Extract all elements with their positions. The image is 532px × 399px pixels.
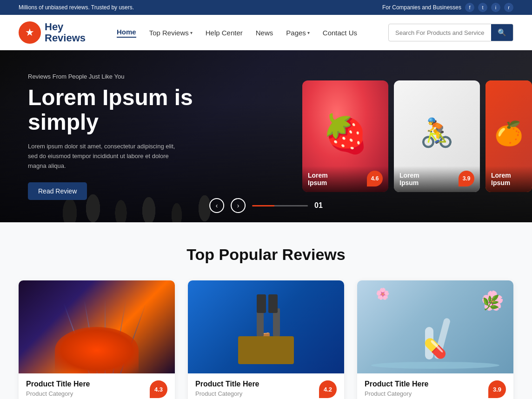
search-input[interactable] <box>389 26 491 40</box>
nav-top-reviews[interactable]: Top Reviews ▾ <box>149 29 193 37</box>
hero-title: Lorem Ipsum is simply <box>28 86 214 135</box>
hero-card-3-title: LoremIpsum <box>491 172 526 186</box>
nav-news[interactable]: News <box>256 29 273 37</box>
pagination-progress <box>252 205 308 206</box>
product-card-3-image: 🌿 🌸 <box>357 280 513 373</box>
logo-text: Hey Reviews <box>45 21 86 44</box>
header: ★ Hey Reviews Home Top Reviews ▾ Help Ce… <box>0 15 532 50</box>
hero-section: Reviews From People Just Like You Lorem … <box>0 50 532 222</box>
product-card-3-category: Product Category <box>365 390 429 397</box>
product-card-2-rating: 4.2 <box>319 380 337 398</box>
hero-cards: LoremIpsum 4.6 LoremIpsum 3.9 🍊 LoremIps… <box>302 50 532 222</box>
product-card-1-info: Product Title Here Product Category 4.3 <box>19 373 175 399</box>
product-card-2[interactable]: Product Title Here Product Category 4.2 <box>188 280 344 399</box>
reddit-icon[interactable]: r <box>504 3 513 12</box>
product-card-1-category: Product Category <box>26 390 90 397</box>
search-bar: 🔍 <box>388 24 513 41</box>
hero-subtitle: Reviews From People Just Like You <box>28 73 214 80</box>
nav-pages[interactable]: Pages ▾ <box>286 29 310 37</box>
product-card-2-image <box>188 280 344 373</box>
hero-card-2[interactable]: LoremIpsum 3.9 <box>394 80 480 192</box>
top-bar-left: Millions of unbiased reviews. Trusted by… <box>19 4 134 11</box>
road-lines <box>19 280 175 373</box>
product-card-2-info: Product Title Here Product Category 4.2 <box>188 373 344 399</box>
instagram-icon[interactable]: i <box>491 3 500 12</box>
main-nav: Home Top Reviews ▾ Help Center News Page… <box>117 28 357 38</box>
product-card-2-title: Product Title Here <box>195 380 259 388</box>
product-card-3-title: Product Title Here <box>365 380 429 388</box>
product-cards-grid: Product Title Here Product Category 4.3 … <box>19 280 513 399</box>
product-card-3-info: Product Title Here Product Category 3.9 <box>357 373 513 399</box>
hero-card-3[interactable]: 🍊 LoremIpsum <box>485 80 532 192</box>
product-card-3[interactable]: 🌿 🌸 Product Title Here Product Category … <box>357 280 513 399</box>
pagination-bar <box>252 205 308 206</box>
pagination-number: 01 <box>314 201 323 210</box>
nav-home[interactable]: Home <box>117 28 136 38</box>
next-slide-button[interactable]: › <box>231 198 246 213</box>
top-bar-right-text: For Companies and Businesses <box>382 4 461 11</box>
twitter-icon[interactable]: t <box>478 3 487 12</box>
main-content: Top Popular Reviews Product Title Here P… <box>0 222 532 399</box>
product-card-1-title: Product Title Here <box>26 380 90 388</box>
facebook-icon[interactable]: f <box>465 3 474 12</box>
nav-contact[interactable]: Contact Us <box>323 29 357 37</box>
logo-icon: ★ <box>19 21 41 44</box>
product-card-2-text: Product Title Here Product Category <box>195 380 259 397</box>
search-button[interactable]: 🔍 <box>491 24 513 41</box>
hero-card-1[interactable]: LoremIpsum 4.6 <box>302 80 388 192</box>
top-bar-right: For Companies and Businesses f t i r <box>382 3 513 12</box>
product-card-1-rating: 4.3 <box>150 380 167 398</box>
product-card-2-category: Product Category <box>195 390 259 397</box>
product-card-1[interactable]: Product Title Here Product Category 4.3 <box>19 280 175 399</box>
product-card-3-text: Product Title Here Product Category <box>365 380 429 397</box>
prev-slide-button[interactable]: ‹ <box>209 198 224 213</box>
section-title: Top Popular Reviews <box>19 246 513 264</box>
hero-pagination: ‹ › 01 <box>209 198 323 213</box>
hero-content: Reviews From People Just Like You Lorem … <box>0 73 242 200</box>
chevron-down-icon: ▾ <box>190 30 193 35</box>
logo[interactable]: ★ Hey Reviews <box>19 21 86 44</box>
product-card-1-text: Product Title Here Product Category <box>26 380 90 397</box>
product-card-3-rating: 3.9 <box>488 380 506 398</box>
hero-card-3-info: LoremIpsum <box>485 166 532 192</box>
product-card-1-image <box>19 280 175 373</box>
nav-help-center[interactable]: Help Center <box>206 29 243 37</box>
hero-description: Lorem ipsum dolor sit amet, consectetur … <box>28 142 177 171</box>
read-review-button[interactable]: Read Review <box>28 182 87 200</box>
top-bar: Millions of unbiased reviews. Trusted by… <box>0 0 532 15</box>
chevron-down-icon-pages: ▾ <box>307 30 310 35</box>
